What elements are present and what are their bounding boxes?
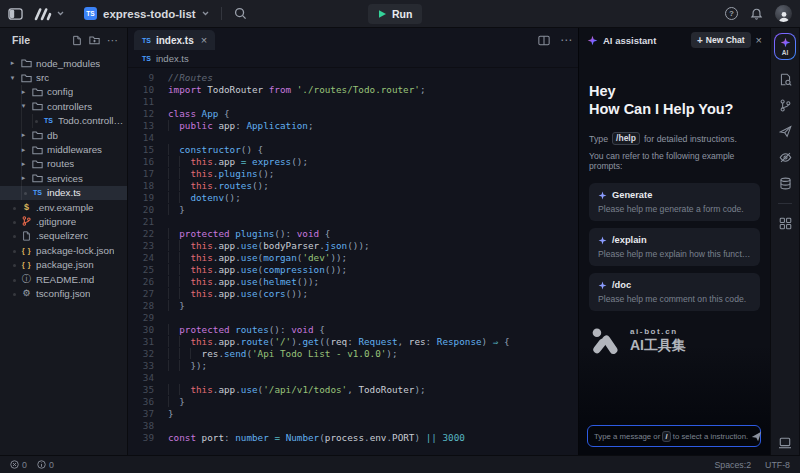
tree-guide — [21, 85, 22, 200]
watermark-site: ai-bot.cn — [630, 327, 686, 336]
line-number: 12 — [128, 108, 168, 120]
code-line: 37} — [128, 408, 578, 420]
file-tree-item[interactable]: TSindex.ts — [0, 186, 127, 200]
ai-chat-icon[interactable]: AI — [774, 33, 796, 60]
file-name: index.ts — [47, 187, 81, 198]
ai-panel-title: AI assistant — [603, 35, 656, 46]
deploy-icon[interactable] — [774, 125, 796, 138]
device-preview-icon[interactable] — [774, 437, 796, 449]
file-tree-item[interactable]: ▸middlewares — [0, 142, 127, 156]
ai-assistant-panel: AI assistant + New Chat × Hey How Can I … — [578, 28, 770, 455]
tab-index-ts[interactable]: TS index.ts × — [134, 30, 215, 50]
plus-icon: + — [697, 35, 703, 46]
file-search-icon[interactable] — [774, 73, 796, 86]
line-number: 21 — [128, 216, 168, 228]
line-number: 31 — [128, 336, 168, 348]
file-name: services — [47, 173, 83, 184]
file-tree-item[interactable]: .gitignore — [0, 214, 127, 228]
line-number: 15 — [128, 144, 168, 156]
notifications-bell-icon[interactable] — [750, 7, 763, 21]
file-name: node_modules — [36, 58, 100, 69]
file-tree-item[interactable]: ⚙tsconfig.json — [0, 286, 127, 300]
code-line: 17 this.plugins(); — [128, 168, 578, 180]
prompt-card[interactable]: /explainPlease help me explain how this … — [589, 228, 760, 266]
search-icon[interactable] — [234, 7, 247, 20]
file-tree-item[interactable]: ▾controllers — [0, 99, 127, 113]
project-switcher[interactable]: TS express-todo-list — [84, 7, 209, 20]
folder-icon — [20, 58, 33, 68]
line-number: 29 — [128, 312, 168, 324]
readme-icon: ⓘ — [20, 273, 33, 286]
file-name: Todo.controller.ts — [58, 115, 127, 126]
divider — [221, 7, 222, 20]
toggle-sidebar-icon[interactable] — [8, 7, 23, 21]
close-tab-icon[interactable]: × — [201, 34, 207, 46]
json-file-icon: { } — [20, 260, 33, 269]
file-tree-item[interactable]: $.env.example — [0, 200, 127, 214]
help-command-kbd: /help — [612, 132, 640, 145]
file-tree-item[interactable]: ▸routes — [0, 157, 127, 171]
file-name: package.json — [36, 259, 94, 270]
problems-warnings[interactable]: 0 — [37, 460, 54, 470]
folder-icon — [31, 173, 44, 183]
database-icon[interactable] — [774, 177, 796, 190]
file-name: src — [36, 72, 49, 83]
prompt-title: /explain — [612, 235, 647, 245]
encoding-setting[interactable]: UTF-8 — [765, 460, 790, 470]
config-gear-icon: ⚙ — [20, 288, 33, 298]
tree-guide — [32, 114, 33, 128]
new-folder-icon[interactable] — [89, 35, 100, 45]
run-button[interactable]: Run — [368, 4, 422, 24]
code-editor-surface[interactable]: 9//Routes10import TodoRouter from './rou… — [128, 68, 578, 455]
file-tree-item[interactable]: ▸services — [0, 171, 127, 185]
sparkle-icon — [598, 191, 607, 200]
code-line: 12class App { — [128, 108, 578, 120]
prompt-card[interactable]: GeneratePlease help me generate a form c… — [589, 183, 760, 221]
app-logo[interactable] — [33, 7, 64, 21]
line-number: 34 — [128, 372, 168, 384]
ai-message-input[interactable]: Type a message or / to select a instruct… — [587, 425, 761, 447]
folder-icon — [31, 145, 44, 155]
breadcrumb[interactable]: TS index.ts — [128, 50, 578, 68]
explorer-more-icon[interactable]: ⋯ — [107, 34, 119, 47]
editor-more-icon[interactable]: ⋯ — [560, 33, 572, 47]
typescript-file-icon: TS — [142, 37, 151, 44]
new-chat-button[interactable]: + New Chat — [691, 32, 751, 48]
file-tree-item[interactable]: ▾src — [0, 70, 127, 84]
split-editor-icon[interactable] — [538, 35, 550, 46]
chevron-right-icon: ▸ — [8, 59, 17, 67]
code-line: 22 protected plugins(): void { — [128, 228, 578, 240]
file-tree-item[interactable]: ▸db — [0, 128, 127, 142]
file-icon — [20, 231, 33, 241]
new-file-icon[interactable] — [72, 35, 82, 46]
editor-tab-bar: TS index.ts × ⋯ — [128, 28, 578, 50]
file-tree-item[interactable]: .sequelizerc — [0, 229, 127, 243]
source-control-icon[interactable] — [774, 99, 796, 112]
user-avatar[interactable] — [775, 5, 792, 22]
apps-grid-icon[interactable] — [774, 217, 796, 230]
problems-errors[interactable]: 0 — [10, 460, 27, 470]
typescript-badge: TS — [84, 7, 97, 20]
file-tree-item[interactable]: ▸config — [0, 85, 127, 99]
status-bar: 0 0 Spaces:2 UTF-8 — [0, 455, 800, 473]
close-panel-icon[interactable]: × — [756, 34, 762, 46]
preview-icon[interactable] — [774, 151, 796, 164]
file-tree-item[interactable]: TSTodo.controller.ts — [0, 114, 127, 128]
explorer-title: File — [12, 34, 30, 46]
file-marker-dot — [8, 276, 17, 283]
indentation-setting[interactable]: Spaces:2 — [714, 460, 751, 470]
info-icon — [37, 460, 46, 469]
project-name: express-todo-list — [103, 8, 196, 20]
code-line: 23 this.app.use(bodyParser.json()); — [128, 240, 578, 252]
watermark-name: AI工具集 — [630, 337, 686, 355]
file-tree-item[interactable]: ▸node_modules — [0, 56, 127, 70]
file-tree-item[interactable]: { }package.json — [0, 257, 127, 271]
help-icon[interactable]: ? — [725, 7, 738, 20]
prompt-card[interactable]: /docPlease help me comment on this code. — [589, 273, 760, 311]
line-number: 28 — [128, 300, 168, 312]
file-tree-item[interactable]: ⓘREADME.md — [0, 272, 127, 286]
chevron-down-icon — [57, 11, 64, 16]
send-message-icon[interactable] — [751, 431, 762, 442]
file-tree-item[interactable]: { }package-lock.json — [0, 243, 127, 257]
file-name: .gitignore — [36, 216, 76, 227]
